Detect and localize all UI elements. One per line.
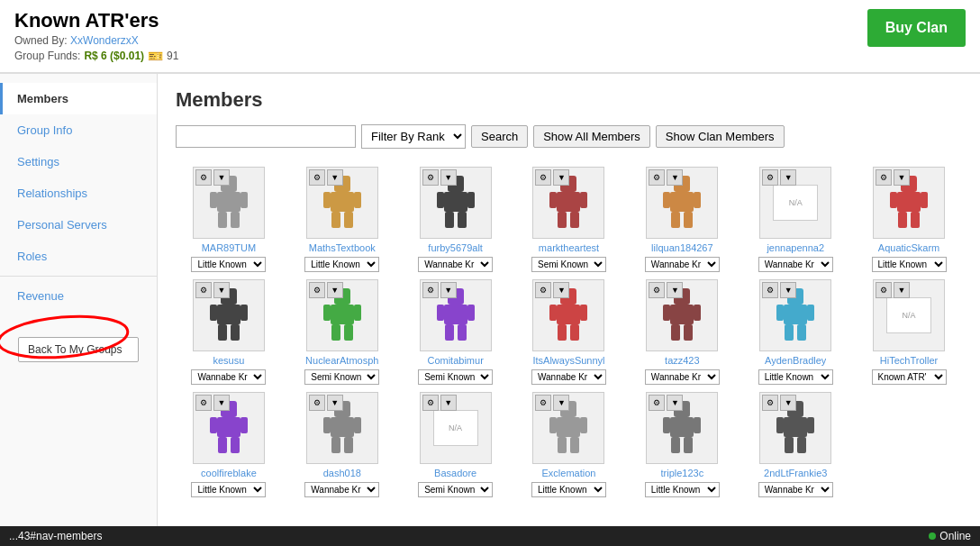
gear-button[interactable]: ⚙	[422, 169, 439, 186]
member-name[interactable]: Comitabimur	[427, 355, 483, 366]
gear-button[interactable]: ⚙	[876, 282, 892, 298]
rank-select[interactable]: Little KnownSemi KnownWannabe KrKnown AT…	[191, 482, 266, 497]
rank-select[interactable]: Little KnownSemi KnownWannabe KrKnown AT…	[645, 369, 720, 385]
member-name[interactable]: lilquan184267	[651, 242, 713, 253]
arrow-button[interactable]: ▼	[327, 282, 343, 298]
rank-select[interactable]: Little KnownSemi KnownWannabe KrKnown AT…	[418, 369, 493, 385]
member-name[interactable]: ItsAlwaysSunnyl	[532, 355, 604, 366]
member-name[interactable]: triple123c	[661, 468, 704, 478]
rank-select[interactable]: Little KnownSemi KnownWannabe KrKnown AT…	[758, 257, 833, 272]
arrow-button[interactable]: ▼	[667, 169, 683, 186]
rank-select[interactable]: Little KnownSemi KnownWannabe KrKnown AT…	[191, 369, 266, 385]
gear-button[interactable]: ⚙	[535, 169, 551, 186]
member-name[interactable]: MAR89TUM	[202, 242, 257, 253]
back-to-groups-button[interactable]: Back To My Groups	[18, 337, 139, 362]
member-name[interactable]: Basadore	[434, 468, 476, 478]
arrow-button[interactable]: ▼	[327, 395, 343, 411]
gear-button[interactable]: ⚙	[649, 282, 665, 298]
rank-select[interactable]: Little KnownSemi KnownWannabe KrKnown AT…	[872, 369, 947, 385]
rank-select[interactable]: Little KnownSemi KnownWannabe KrKnown AT…	[191, 257, 266, 272]
gear-button[interactable]: ⚙	[649, 169, 665, 186]
sidebar-item-group-info[interactable]: Group Info	[0, 114, 157, 146]
owner-link[interactable]: XxWonderzxX	[70, 34, 139, 47]
gear-button[interactable]: ⚙	[876, 169, 892, 186]
arrow-button[interactable]: ▼	[440, 282, 457, 298]
arrow-button[interactable]: ▼	[894, 282, 910, 298]
sidebar-item-relationships[interactable]: Relationships	[0, 177, 157, 209]
gear-button[interactable]: ⚙	[762, 169, 778, 186]
sidebar-item-personal-servers[interactable]: Personal Servers	[0, 209, 157, 241]
member-name[interactable]: AquaticSkarm	[878, 242, 939, 253]
gear-button[interactable]: ⚙	[309, 395, 325, 411]
member-avatar-box: ⚙ ▼	[306, 279, 378, 351]
member-name[interactable]: jennapenna2	[767, 242, 824, 253]
member-name[interactable]: coolfireblake	[201, 468, 257, 478]
arrow-button[interactable]: ▼	[780, 395, 796, 411]
member-name[interactable]: dash018	[323, 468, 361, 478]
rank-select[interactable]: Little KnownSemi KnownWannabe KrKnown AT…	[531, 369, 606, 385]
gear-button[interactable]: ⚙	[195, 282, 212, 298]
member-name[interactable]: NuclearAtmosph	[305, 355, 378, 366]
rank-select[interactable]: Little KnownSemi KnownWannabe KrKnown AT…	[645, 257, 720, 272]
sidebar-item-revenue[interactable]: Revenue	[0, 280, 157, 312]
rank-select[interactable]: Little KnownSemi KnownWannabe KrKnown AT…	[304, 482, 379, 497]
member-name[interactable]: kesusu	[213, 355, 244, 366]
member-name[interactable]: AydenBradley	[765, 355, 826, 366]
member-name[interactable]: furby5679alt	[428, 242, 483, 253]
arrow-button[interactable]: ▼	[440, 169, 457, 186]
search-button[interactable]: Search	[471, 125, 528, 148]
show-all-members-button[interactable]: Show All Members	[533, 125, 650, 148]
gear-button[interactable]: ⚙	[195, 395, 212, 411]
gear-button[interactable]: ⚙	[422, 395, 439, 411]
arrow-button[interactable]: ▼	[780, 169, 796, 186]
rank-select[interactable]: Little KnownSemi KnownWannabe KrKnown AT…	[758, 482, 833, 497]
svg-rect-94	[694, 417, 701, 433]
arrow-button[interactable]: ▼	[213, 282, 230, 298]
rank-select[interactable]: Little KnownSemi KnownWannabe KrKnown AT…	[418, 257, 493, 272]
member-name[interactable]: 2ndLtFrankie3	[764, 468, 827, 478]
arrow-button[interactable]: ▼	[667, 395, 683, 411]
member-name[interactable]: tazz423	[665, 355, 700, 366]
arrow-button[interactable]: ▼	[667, 282, 683, 298]
member-name[interactable]: MathsTextbook	[309, 242, 376, 253]
gear-button[interactable]: ⚙	[649, 395, 665, 411]
member-name[interactable]: marktheartest	[539, 242, 599, 253]
member-name[interactable]: HiTechTroller	[880, 355, 938, 366]
gear-button[interactable]: ⚙	[535, 395, 551, 411]
arrow-button[interactable]: ▼	[553, 282, 569, 298]
page-wrapper: Known ATR'ers Owned By: XxWonderzxX Grou…	[0, 0, 980, 546]
svg-rect-64	[694, 305, 701, 321]
arrow-button[interactable]: ▼	[553, 395, 569, 411]
arrow-button[interactable]: ▼	[213, 169, 230, 186]
gear-button[interactable]: ⚙	[195, 169, 212, 186]
rank-select[interactable]: Little KnownSemi KnownWannabe KrKnown AT…	[304, 257, 379, 272]
arrow-button[interactable]: ▼	[553, 169, 569, 186]
sidebar-item-members[interactable]: Members	[0, 83, 157, 114]
gear-button[interactable]: ⚙	[309, 169, 325, 186]
sidebar-item-roles[interactable]: Roles	[0, 241, 157, 272]
arrow-button[interactable]: ▼	[894, 169, 910, 186]
gear-button[interactable]: ⚙	[762, 282, 778, 298]
rank-select[interactable]: Little KnownSemi KnownWannabe KrKnown AT…	[304, 369, 379, 385]
rank-select[interactable]: Little KnownSemi KnownWannabe KrKnown AT…	[531, 482, 606, 497]
gear-button[interactable]: ⚙	[422, 282, 439, 298]
arrow-button[interactable]: ▼	[440, 395, 457, 411]
filter-rank-select[interactable]: Filter By Rank Little Known Semi Known W…	[361, 124, 466, 149]
online-dot	[929, 532, 936, 540]
member-name[interactable]: Exclemation	[542, 468, 596, 478]
buy-clan-button[interactable]: Buy Clan	[867, 9, 966, 47]
gear-button[interactable]: ⚙	[309, 282, 325, 298]
gear-button[interactable]: ⚙	[535, 282, 551, 298]
sidebar-item-settings[interactable]: Settings	[0, 146, 157, 177]
rank-select[interactable]: Little KnownSemi KnownWannabe KrKnown AT…	[872, 257, 947, 272]
rank-select[interactable]: Little KnownSemi KnownWannabe KrKnown AT…	[758, 369, 833, 385]
rank-select[interactable]: Little KnownSemi KnownWannabe KrKnown AT…	[418, 482, 493, 497]
arrow-button[interactable]: ▼	[327, 169, 343, 186]
gear-button[interactable]: ⚙	[762, 395, 778, 411]
show-clan-members-button[interactable]: Show Clan Members	[656, 125, 785, 148]
arrow-button[interactable]: ▼	[213, 395, 230, 411]
search-input[interactable]	[176, 125, 356, 148]
rank-select[interactable]: Little KnownSemi KnownWannabe KrKnown AT…	[531, 257, 606, 272]
rank-select[interactable]: Little KnownSemi KnownWannabe KrKnown AT…	[645, 482, 720, 497]
arrow-button[interactable]: ▼	[780, 282, 796, 298]
